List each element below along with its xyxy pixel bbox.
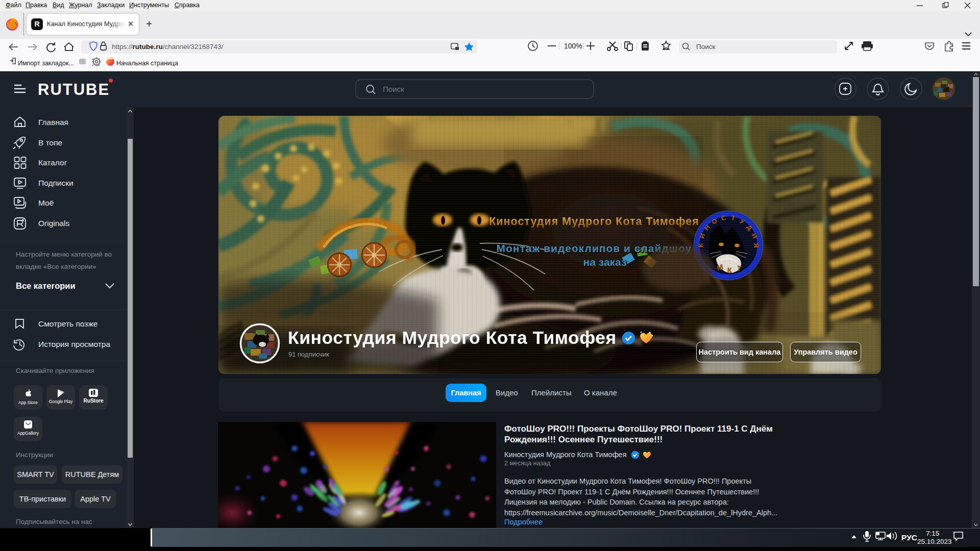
svg-text:РУС: РУС — [901, 533, 917, 542]
svg-text:100%: 100% — [564, 42, 582, 50]
svg-text:RUTUBE: RUTUBE — [38, 81, 110, 98]
svg-text:Поиск: Поиск — [383, 85, 404, 93]
svg-text:25.10.2023: 25.10.2023 — [917, 538, 952, 545]
svg-text:7:15: 7:15 — [926, 530, 939, 537]
